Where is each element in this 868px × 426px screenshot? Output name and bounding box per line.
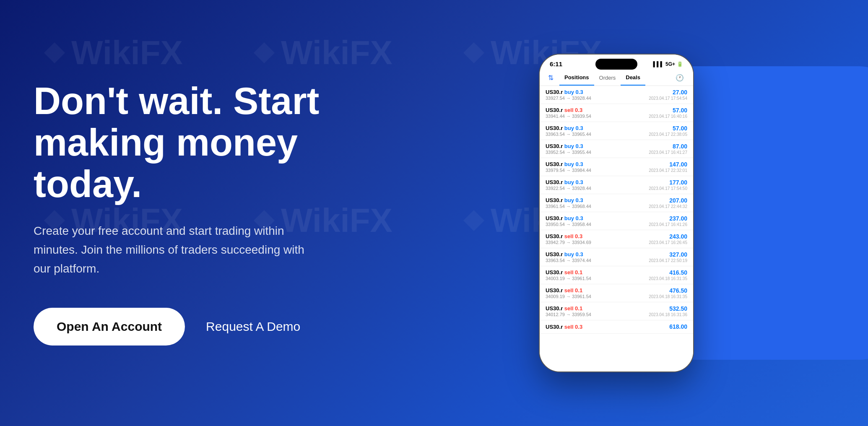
trade-row: US30.r buy 0.3 33950.54 → 33958.44 237.0… bbox=[540, 212, 693, 230]
trade-row: US30.r sell 0.1 34012.79 → 33959.54 532.… bbox=[540, 302, 693, 320]
tab-positions[interactable]: Positions bbox=[559, 70, 594, 86]
hero-section: WikiFX WikiFX WikiFX WikiFX WikiFX WikiF… bbox=[0, 0, 868, 426]
watermark-1: WikiFX bbox=[42, 34, 183, 72]
trade-row: US30.r sell 0.3 33942.79 → 33934.69 243.… bbox=[540, 230, 693, 248]
tab-deals[interactable]: Deals bbox=[621, 70, 645, 86]
request-demo-button[interactable]: Request A Demo bbox=[206, 320, 300, 334]
cta-row: Open An Account Request A Demo bbox=[34, 308, 331, 345]
open-account-button[interactable]: Open An Account bbox=[34, 308, 185, 345]
dynamic-island bbox=[595, 59, 637, 70]
filter-icon[interactable]: ⇅ bbox=[546, 70, 556, 85]
trade-row: US30.r buy 0.3 33927.54 → 33928.44 27.00… bbox=[540, 86, 693, 104]
trade-row: US30.r buy 0.3 33961.54 → 33968.44 207.0… bbox=[540, 194, 693, 212]
trades-list: US30.r buy 0.3 33927.54 → 33928.44 27.00… bbox=[540, 86, 693, 371]
trade-row: US30.r sell 0.1 34009.19 → 33961.54 476.… bbox=[540, 284, 693, 302]
phone-mockup: 6:11 ▌▌▌ 5G+ 🔋 ⇅ Positions Orders Deals … bbox=[539, 54, 694, 372]
clock-icon[interactable]: 🕐 bbox=[672, 70, 687, 85]
trade-row: US30.r buy 0.3 33963.54 → 33974.44 327.0… bbox=[540, 248, 693, 266]
trade-row: US30.r sell 0.3 618.00 bbox=[540, 320, 693, 334]
trade-row: US30.r buy 0.3 33952.54 → 33955.44 87.00… bbox=[540, 140, 693, 158]
right-content: 6:11 ▌▌▌ 5G+ 🔋 ⇅ Positions Orders Deals … bbox=[365, 0, 868, 426]
battery-icon: 🔋 bbox=[677, 61, 683, 67]
trade-row: US30.r sell 0.1 34003.19 → 33961.54 416.… bbox=[540, 266, 693, 284]
trade-row: US30.r buy 0.3 33979.54 → 33984.44 147.0… bbox=[540, 158, 693, 176]
left-content: Don't wait. Start making money today. Cr… bbox=[0, 81, 365, 345]
phone-status-bar: 6:11 ▌▌▌ 5G+ 🔋 bbox=[540, 55, 693, 70]
signal-bars-icon: ▌▌▌ bbox=[653, 61, 664, 67]
trade-row: US30.r sell 0.3 33941.44 → 33939.54 57.0… bbox=[540, 104, 693, 122]
trade-row: US30.r buy 0.3 33922.54 → 33928.44 177.0… bbox=[540, 176, 693, 194]
tab-orders[interactable]: Orders bbox=[594, 70, 621, 85]
network-type: 5G+ bbox=[665, 61, 675, 67]
headline: Don't wait. Start making money today. bbox=[34, 81, 331, 205]
subtext: Create your free account and start tradi… bbox=[34, 222, 319, 278]
phone-time: 6:11 bbox=[550, 60, 562, 68]
phone-tab-bar: ⇅ Positions Orders Deals 🕐 bbox=[540, 70, 693, 86]
trade-row: US30.r buy 0.3 33963.54 → 33965.44 57.00… bbox=[540, 122, 693, 140]
phone-inner: 6:11 ▌▌▌ 5G+ 🔋 ⇅ Positions Orders Deals … bbox=[540, 55, 693, 371]
phone-status-icons: ▌▌▌ 5G+ 🔋 bbox=[653, 61, 683, 67]
